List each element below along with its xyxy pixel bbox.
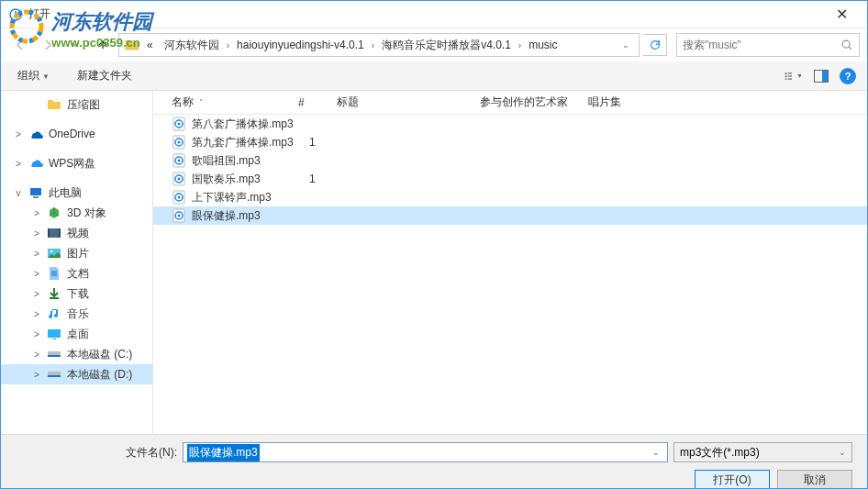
up-button[interactable] (91, 33, 115, 57)
new-folder-button[interactable]: 新建文件夹 (72, 64, 138, 87)
folder-icon (47, 97, 61, 112)
column-number[interactable]: # (289, 91, 328, 114)
app-icon (8, 7, 23, 22)
tree-label: 下载 (67, 286, 89, 302)
svg-point-30 (178, 141, 181, 144)
toolbar: 组织▼ 新建文件夹 ▼ ? (1, 61, 867, 91)
back-button[interactable] (8, 33, 32, 57)
desktop-icon (47, 327, 61, 341)
svg-rect-5 (785, 75, 787, 77)
search-input[interactable] (683, 39, 840, 51)
file-name: 眼保健操.mp3 (192, 208, 304, 224)
tree-item-disk[interactable]: >本地磁盘 (C:) (1, 344, 152, 364)
column-artist[interactable]: 参与创作的艺术家 (471, 91, 579, 114)
svg-rect-7 (788, 72, 792, 73)
nav-row: « 河东软件园 › haiouyinyuedingshi-v4.0.1 › 海鸥… (1, 28, 867, 61)
close-button[interactable]: ✕ (823, 2, 860, 28)
svg-point-33 (178, 160, 181, 162)
column-name[interactable]: 名称˄ (153, 91, 289, 114)
pc-icon (28, 185, 43, 200)
column-title[interactable]: 标题 (328, 91, 471, 114)
filename-input[interactable]: 眼保健操.mp3 ⌄ (183, 442, 668, 462)
file-list: 名称˄ # 标题 参与创作的艺术家 唱片集 第八套广播体操.mp3第九套广播体操… (153, 91, 867, 434)
file-row[interactable]: 国歌奏乐.mp31 (153, 170, 867, 188)
breadcrumb[interactable]: 河东软件园 (161, 36, 223, 55)
file-name: 第九套广播体操.mp3 (192, 135, 304, 150)
tree-item-downloads[interactable]: >下载 (1, 283, 152, 304)
svg-point-27 (178, 123, 181, 126)
tree-item-onedrive[interactable]: >OneDrive (1, 124, 152, 144)
music-icon (47, 306, 61, 321)
svg-rect-13 (33, 196, 39, 198)
audio-file-icon (172, 135, 186, 150)
organize-menu[interactable]: 组织▼ (12, 64, 55, 87)
tree-item-pictures[interactable]: >图片 (1, 243, 152, 263)
audio-file-icon (172, 172, 186, 186)
tree-item-docs[interactable]: >文档 (1, 263, 152, 283)
tree-label: 视频 (67, 226, 89, 241)
search-icon (840, 39, 853, 51)
svg-rect-9 (788, 78, 792, 79)
recent-button[interactable] (63, 33, 87, 57)
chevron-right-icon: › (518, 40, 521, 50)
tree-item-music[interactable]: >音乐 (1, 304, 152, 324)
tree-label: 本地磁盘 (D:) (67, 367, 132, 383)
open-button[interactable]: 打开(O) (695, 470, 770, 489)
titlebar: 打开 ✕ (1, 1, 867, 28)
tree-label: 压缩图 (67, 97, 100, 113)
preview-pane-button[interactable] (812, 67, 830, 85)
tree-item-disk[interactable]: >本地磁盘 (D:) (1, 364, 152, 384)
video-icon (47, 226, 61, 240)
forward-button[interactable] (36, 33, 60, 57)
address-bar[interactable]: « 河东软件园 › haiouyinyuedingshi-v4.0.1 › 海鸥… (118, 33, 640, 57)
search-box[interactable] (676, 33, 860, 57)
help-button[interactable]: ? (840, 68, 856, 84)
tree-label: 音乐 (67, 306, 89, 322)
folder-icon (125, 38, 139, 52)
refresh-button[interactable] (643, 34, 667, 56)
tree-label: 图片 (67, 246, 89, 261)
address-dropdown[interactable]: ⌄ (618, 40, 633, 50)
file-name: 国歌奏乐.mp3 (192, 172, 304, 187)
list-header: 名称˄ # 标题 参与创作的艺术家 唱片集 (153, 91, 867, 115)
tree-item-video[interactable]: >视频 (1, 223, 152, 243)
svg-point-39 (178, 196, 181, 199)
tree-label: 此电脑 (49, 185, 82, 201)
file-row[interactable]: 眼保健操.mp3 (153, 206, 867, 225)
tree-item-wps[interactable]: >WPS网盘 (1, 153, 152, 173)
audio-file-icon (172, 153, 186, 168)
file-row[interactable]: 第九套广播体操.mp31 (153, 133, 867, 151)
breadcrumb[interactable]: haiouyinyuedingshi-v4.0.1 (233, 37, 368, 53)
crumb-prefix: « (143, 37, 157, 53)
cancel-button[interactable]: 取消 (777, 470, 852, 489)
filename-label: 文件名(N): (126, 445, 177, 461)
tree-label: 文档 (67, 266, 89, 282)
downloads-icon (47, 286, 61, 301)
filename-dropdown[interactable]: ⌄ (649, 448, 663, 457)
disk-icon (47, 347, 61, 361)
filetype-filter[interactable]: mp3文件(*.mp3) ⌄ (673, 442, 852, 462)
tree-label: 桌面 (67, 327, 89, 342)
svg-point-18 (50, 250, 53, 253)
file-track-num: 1 (309, 172, 348, 185)
file-row[interactable]: 第八套广播体操.mp3 (153, 115, 867, 133)
tree-item-folder[interactable]: 压缩图 (1, 94, 152, 115)
svg-rect-14 (48, 228, 61, 238)
tree-item-pc[interactable]: v此电脑 (1, 183, 152, 203)
onedrive-icon (28, 127, 43, 141)
tree-label: 本地磁盘 (C:) (67, 347, 132, 362)
tree-item-3d[interactable]: >3D 对象 (1, 203, 152, 223)
svg-rect-16 (59, 228, 61, 238)
file-row[interactable]: 歌唱祖国.mp3 (153, 151, 867, 170)
tree-item-desktop[interactable]: >桌面 (1, 324, 152, 344)
view-options-button[interactable]: ▼ (785, 67, 803, 85)
breadcrumb[interactable]: music (525, 37, 561, 53)
breadcrumb[interactable]: 海鸥音乐定时播放器v4.0.1 (378, 36, 515, 55)
svg-point-42 (178, 215, 181, 217)
file-row[interactable]: 上下课铃声.mp3 (153, 188, 867, 206)
audio-file-icon (172, 208, 186, 223)
column-album[interactable]: 唱片集 (579, 91, 671, 114)
window-title: 打开 (28, 6, 823, 22)
tree-label: WPS网盘 (49, 156, 95, 172)
audio-file-icon (172, 190, 186, 205)
